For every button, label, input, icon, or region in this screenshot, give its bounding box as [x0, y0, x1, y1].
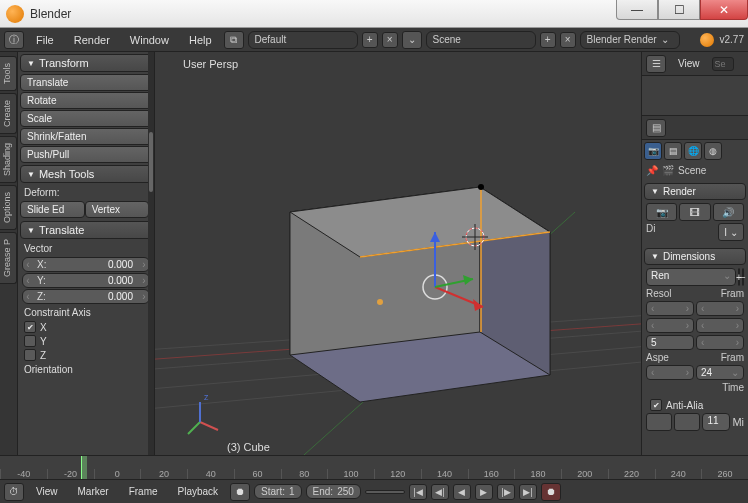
remove-preset-button[interactable]: − [742, 268, 744, 286]
render-panel-header[interactable]: Render [644, 183, 746, 200]
scene-selector[interactable]: Scene [426, 31, 536, 49]
jump-to-start-button[interactable]: |◀ [409, 484, 427, 500]
display-mode-selector[interactable]: I ⌄ [718, 223, 744, 241]
chevron-left-icon[interactable]: ‹ [23, 275, 33, 286]
editor-type-icon[interactable]: ⓘ [4, 31, 24, 49]
svg-point-12 [478, 184, 484, 190]
delete-layout-button[interactable]: × [382, 32, 398, 48]
editor-type-timeline-icon[interactable]: ⏱ [4, 483, 24, 501]
frame-rate-label: Fram [721, 352, 744, 363]
aa-5-button[interactable] [646, 413, 672, 431]
keyframe-next-button[interactable]: |▶ [497, 484, 515, 500]
delete-scene-button[interactable]: × [560, 32, 576, 48]
frame-start-field[interactable]: ‹› [696, 301, 744, 316]
pin-icon[interactable]: 📌 [646, 165, 658, 176]
outliner-search-input[interactable] [712, 57, 734, 71]
render-context-icon[interactable]: 📷 [644, 142, 662, 160]
anti-aliasing-checkbox[interactable]: Anti-Alia [644, 398, 746, 412]
svg-text:z: z [204, 392, 209, 402]
world-context-icon[interactable]: ◍ [704, 142, 722, 160]
aa-8-button[interactable] [674, 413, 700, 431]
viewport-canvas: z [155, 52, 641, 479]
translate-button[interactable]: Translate [20, 74, 152, 91]
record-button[interactable]: ⏺ [541, 483, 561, 501]
frame-end-field[interactable]: ‹› [696, 318, 744, 333]
render-image-button[interactable]: 📷 [646, 203, 677, 221]
screen-layout-selector[interactable]: Default [248, 31, 358, 49]
render-preset-selector[interactable]: Ren⌄ [646, 268, 736, 286]
push-pull-button[interactable]: Push/Pull [20, 146, 152, 163]
version-label: v2.77 [720, 34, 744, 45]
keyframe-prev-button[interactable]: ◀| [431, 484, 449, 500]
play-button[interactable]: ▶ [475, 484, 493, 500]
scene-label: Scene [433, 34, 461, 45]
tab-tools[interactable]: Tools [0, 56, 17, 91]
tl-menu-playback[interactable]: Playback [170, 486, 227, 497]
menu-file[interactable]: File [28, 34, 62, 46]
constraint-x-checkbox[interactable]: X [18, 320, 154, 334]
info-header: ⓘ File Render Window Help ⧉ Default + × … [0, 28, 748, 52]
scene-browse-icon[interactable]: ⌄ [402, 31, 422, 49]
minimize-button[interactable]: — [616, 0, 658, 20]
add-layout-button[interactable]: + [362, 32, 378, 48]
shrink-fatten-button[interactable]: Shrink/Fatten [20, 128, 152, 145]
render-audio-button[interactable]: 🔊 [713, 203, 744, 221]
frame-step-field[interactable]: ‹› [696, 335, 744, 350]
mesh-tools-panel-header[interactable]: Mesh Tools [20, 165, 152, 183]
3d-viewport[interactable]: User Persp [155, 52, 641, 503]
add-scene-button[interactable]: + [540, 32, 556, 48]
dimensions-panel-header[interactable]: Dimensions [644, 248, 746, 265]
chevron-left-icon[interactable]: ‹ [23, 291, 33, 302]
transform-panel-header[interactable]: Transform [20, 54, 152, 72]
maximize-button[interactable]: ☐ [658, 0, 700, 20]
vertex-slide-button[interactable]: Vertex [85, 201, 150, 218]
menu-render[interactable]: Render [66, 34, 118, 46]
resolution-y-field[interactable]: ‹› [646, 318, 694, 333]
fps-field[interactable]: 24⌄ [696, 365, 744, 380]
vector-y-field[interactable]: ‹ Y: 0.000 › [22, 273, 150, 288]
constraint-y-checkbox[interactable]: Y [18, 334, 154, 348]
menu-help[interactable]: Help [181, 34, 220, 46]
tab-grease-pencil[interactable]: Grease P [0, 232, 17, 284]
resolution-percent-field[interactable]: 5 [646, 335, 694, 350]
render-anim-button[interactable]: 🎞 [679, 203, 710, 221]
playhead[interactable] [81, 456, 87, 479]
render-engine-selector[interactable]: Blender Render ⌄ [580, 31, 680, 49]
outliner-body[interactable] [642, 76, 748, 116]
tab-options[interactable]: Options [0, 185, 17, 230]
edge-slide-button[interactable]: Slide Ed [20, 201, 85, 218]
tab-create[interactable]: Create [0, 93, 17, 134]
breadcrumb-scene[interactable]: Scene [678, 165, 706, 176]
tl-menu-marker[interactable]: Marker [70, 486, 117, 497]
tl-menu-view[interactable]: View [28, 486, 66, 497]
outliner-view-menu[interactable]: View [670, 58, 708, 69]
timeline-ruler[interactable]: -40 -20 0 20 40 60 80 100 120 140 160 18… [0, 455, 748, 479]
vector-z-field[interactable]: ‹ Z: 0.000 › [22, 289, 150, 304]
timeline-header: ⏱ View Marker Frame Playback ⏺ Start: 1 … [0, 479, 748, 503]
tl-menu-frame[interactable]: Frame [121, 486, 166, 497]
scale-button[interactable]: Scale [20, 110, 152, 127]
current-frame-field[interactable] [365, 490, 405, 494]
resolution-x-field[interactable]: ‹› [646, 301, 694, 316]
menu-window[interactable]: Window [122, 34, 177, 46]
tab-shading[interactable]: Shading [0, 136, 17, 183]
translate-op-header[interactable]: Translate [20, 221, 152, 239]
chevron-left-icon[interactable]: ‹ [23, 259, 33, 270]
toolshelf-scrollbar[interactable] [148, 52, 154, 503]
editor-type-outliner-icon[interactable]: ☰ [646, 55, 666, 73]
scene-context-icon[interactable]: 🌐 [684, 142, 702, 160]
aa-samples-field[interactable]: 11 [702, 413, 730, 431]
auto-keyframe-icon[interactable]: ⏺ [230, 483, 250, 501]
constraint-z-checkbox[interactable]: Z [18, 348, 154, 362]
jump-to-end-button[interactable]: ▶| [519, 484, 537, 500]
editor-type-properties-icon[interactable]: ▤ [646, 119, 666, 137]
end-frame-field[interactable]: End: 250 [306, 484, 361, 499]
play-reverse-button[interactable]: ◀ [453, 484, 471, 500]
aspect-x-field[interactable]: ‹› [646, 365, 694, 380]
render-layers-context-icon[interactable]: ▤ [664, 142, 682, 160]
start-frame-field[interactable]: Start: 1 [254, 484, 301, 499]
vector-x-field[interactable]: ‹ X: 0.000 › [22, 257, 150, 272]
rotate-button[interactable]: Rotate [20, 92, 152, 109]
close-button[interactable]: ✕ [700, 0, 748, 20]
back-to-previous-icon[interactable]: ⧉ [224, 31, 244, 49]
